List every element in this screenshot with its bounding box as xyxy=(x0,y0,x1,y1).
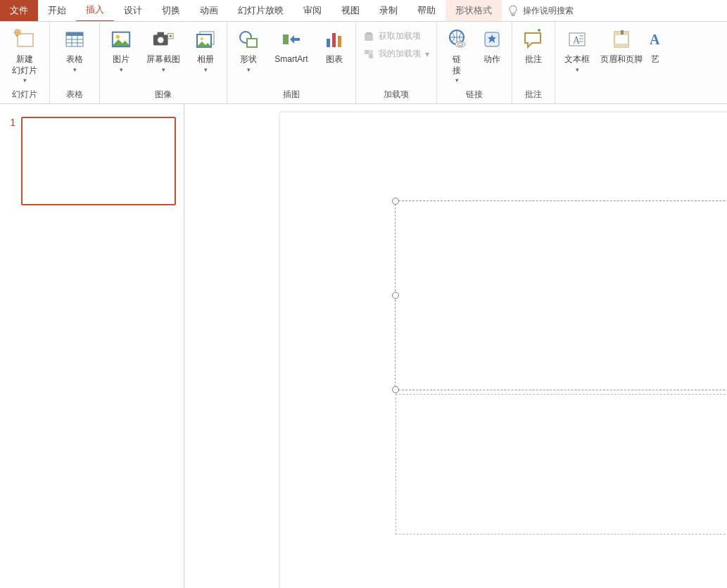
chart-button[interactable]: 图表 xyxy=(317,25,351,65)
svg-rect-33 xyxy=(621,30,624,34)
chevron-down-icon: ▾ xyxy=(425,49,429,59)
chevron-down-icon: ▾ xyxy=(455,77,459,85)
group-illustrations: 形状 ▾ SmartArt xyxy=(227,22,356,103)
slide-thumbnail-1[interactable] xyxy=(21,117,176,205)
svg-rect-22 xyxy=(365,50,369,54)
album-label: 相册 xyxy=(197,54,214,65)
group-label-comments: 批注 xyxy=(517,87,550,103)
store-icon xyxy=(363,31,374,42)
chart-label: 图表 xyxy=(326,54,343,65)
tab-home[interactable]: 开始 xyxy=(38,0,76,21)
resize-handle-bottom-left[interactable] xyxy=(392,386,399,393)
subtitle-placeholder[interactable]: 单击此 xyxy=(396,394,727,535)
group-images: 图片 ▾ 屏幕截图 ▾ xyxy=(100,22,227,103)
chevron-down-icon: ▾ xyxy=(162,66,165,75)
svg-rect-21 xyxy=(366,32,372,34)
group-tables: 表格 ▾ 表格 xyxy=(50,22,100,103)
get-addins-label: 获取加载项 xyxy=(379,30,421,42)
comment-icon xyxy=(521,27,545,51)
smartart-button[interactable]: SmartArt xyxy=(270,25,313,65)
menu-tabs: 文件 开始 插入 设计 切换 动画 幻灯片放映 审阅 视图 录制 帮助 形状格式… xyxy=(0,0,727,22)
wordart-button[interactable]: A 艺 xyxy=(648,25,662,65)
screenshot-button[interactable]: 屏幕截图 ▾ xyxy=(142,25,184,74)
table-label: 表格 xyxy=(66,54,83,65)
textbox-icon: A xyxy=(565,27,589,51)
link-button[interactable]: 链 接 ▾ xyxy=(441,25,472,85)
title-placeholder[interactable] xyxy=(395,200,727,390)
textbox-button[interactable]: A 文本框 ▾ xyxy=(560,25,595,74)
album-icon xyxy=(194,27,217,51)
resize-handle-middle-left[interactable] xyxy=(392,292,399,299)
pictures-label: 图片 xyxy=(113,54,129,65)
ribbon-insert: 新建 幻灯片 ▾ 幻灯片 表格 ▾ 表格 xyxy=(0,22,727,104)
action-button[interactable]: 动作 xyxy=(476,25,507,65)
screenshot-label: 屏幕截图 xyxy=(146,54,180,65)
link-label-1: 链 xyxy=(453,54,461,65)
tab-slideshow[interactable]: 幻灯片放映 xyxy=(228,0,293,21)
svg-point-8 xyxy=(158,37,164,43)
header-footer-button[interactable]: 页眉和页脚 xyxy=(599,25,644,65)
shapes-icon xyxy=(236,27,260,51)
tab-view[interactable]: 视图 xyxy=(331,0,369,21)
header-footer-icon xyxy=(609,27,633,51)
svg-point-5 xyxy=(116,34,120,39)
shapes-label: 形状 xyxy=(240,54,257,65)
chart-icon xyxy=(322,27,346,51)
svg-rect-9 xyxy=(158,32,164,36)
wordart-icon: A xyxy=(643,27,667,51)
tab-transition[interactable]: 切换 xyxy=(152,0,190,21)
tell-me-label: 操作说明搜索 xyxy=(523,5,574,17)
addins-icon xyxy=(363,49,374,60)
tab-review[interactable]: 审阅 xyxy=(293,0,331,21)
group-label-slides: 幻灯片 xyxy=(4,87,45,103)
resize-handle-top-left[interactable] xyxy=(392,198,399,205)
tell-me-search[interactable]: 操作说明搜索 xyxy=(502,0,579,21)
group-label-illustrations: 插图 xyxy=(232,87,351,103)
comment-button[interactable]: 批注 xyxy=(517,25,550,65)
chevron-down-icon: ▾ xyxy=(247,66,251,75)
pictures-button[interactable]: 图片 ▾ xyxy=(104,25,138,74)
group-text: A 文本框 ▾ 页眉和页脚 xyxy=(555,22,666,103)
shapes-button[interactable]: 形状 ▾ xyxy=(232,25,265,74)
group-label-addins: 加载项 xyxy=(360,87,432,103)
group-slides: 新建 幻灯片 ▾ 幻灯片 xyxy=(0,22,50,103)
my-addins-button[interactable]: 我的加载项 ▾ xyxy=(360,46,432,61)
new-slide-icon xyxy=(13,27,37,51)
svg-rect-3 xyxy=(66,32,83,36)
get-addins-button[interactable]: 获取加载项 xyxy=(360,29,432,44)
wordart-label: 艺 xyxy=(651,54,659,65)
smartart-icon xyxy=(279,27,303,51)
my-addins-label: 我的加载项 xyxy=(379,48,421,60)
group-label-text xyxy=(560,99,662,103)
album-button[interactable]: 相册 ▾ xyxy=(189,25,222,74)
slide-canvas-area[interactable]: 单击此 xyxy=(184,104,727,588)
slide-thumbnail-panel[interactable]: 1 xyxy=(0,104,184,588)
new-slide-button[interactable]: 新建 幻灯片 ▾ xyxy=(4,25,45,85)
svg-rect-18 xyxy=(332,33,336,47)
tab-animation[interactable]: 动画 xyxy=(190,0,228,21)
svg-rect-16 xyxy=(283,34,289,44)
svg-point-13 xyxy=(201,37,203,40)
slide-number: 1 xyxy=(4,117,15,588)
smartart-label: SmartArt xyxy=(274,54,308,65)
svg-rect-23 xyxy=(369,54,373,58)
group-label-tables: 表格 xyxy=(54,87,95,103)
svg-rect-32 xyxy=(614,44,628,47)
link-icon xyxy=(445,27,469,51)
tab-help[interactable]: 帮助 xyxy=(407,0,445,21)
tab-shape-format[interactable]: 形状格式 xyxy=(445,0,502,21)
tab-insert[interactable]: 插入 xyxy=(76,0,114,21)
new-slide-label-1: 新建 xyxy=(16,54,33,65)
new-slide-label-2: 幻灯片 xyxy=(12,65,37,77)
pictures-icon xyxy=(109,27,133,51)
chevron-down-icon: ▾ xyxy=(576,66,579,75)
tab-design[interactable]: 设计 xyxy=(114,0,152,21)
slide-canvas[interactable]: 单击此 xyxy=(280,113,727,588)
comment-label: 批注 xyxy=(525,54,542,65)
tab-record[interactable]: 录制 xyxy=(369,0,407,21)
group-addins: 获取加载项 我的加载项 ▾ 加载项 xyxy=(356,22,437,103)
link-label-2: 接 xyxy=(453,65,461,77)
tab-file[interactable]: 文件 xyxy=(0,0,38,21)
screenshot-icon xyxy=(151,27,175,51)
table-button[interactable]: 表格 ▾ xyxy=(54,25,95,74)
